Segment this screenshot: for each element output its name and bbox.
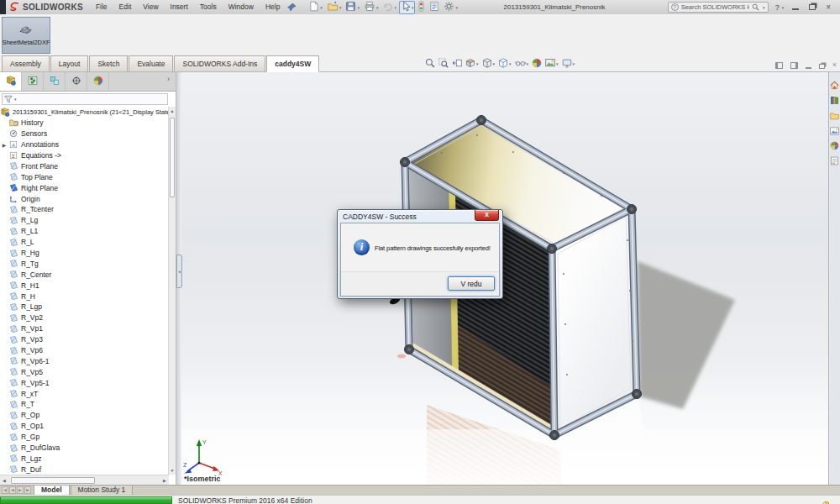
apply-scene-button[interactable]: ▾ bbox=[544, 56, 559, 71]
hide-show-items-caret-icon[interactable]: ▾ bbox=[527, 61, 529, 66]
tree-item-r-op1[interactable]: R_Op1 bbox=[0, 421, 169, 432]
tab-model[interactable]: Model bbox=[34, 485, 70, 495]
menu-help[interactable]: Help bbox=[260, 0, 286, 14]
tree-item-r-duf[interactable]: R_Duf bbox=[0, 464, 169, 475]
expand-arrow-icon[interactable]: ▶ bbox=[0, 142, 8, 148]
tab-evaluate[interactable]: Evaluate bbox=[129, 55, 173, 72]
dialog-ok-button[interactable]: V redu bbox=[448, 276, 495, 291]
custom-properties-button[interactable] bbox=[829, 155, 840, 166]
view-settings-caret-icon[interactable]: ▾ bbox=[573, 61, 575, 66]
panel-tab-featuremanager-design-tree[interactable] bbox=[0, 72, 22, 91]
tree-item-equations-[interactable]: ΣEquations -> bbox=[0, 150, 169, 161]
tree-item-right-plane[interactable]: Right Plane bbox=[0, 182, 169, 193]
section-view-button[interactable]: ▾ bbox=[465, 56, 480, 71]
tree-item-r-op[interactable]: R_Op bbox=[0, 410, 169, 421]
tab-assembly[interactable]: Assembly bbox=[2, 55, 50, 72]
menu-view[interactable]: View bbox=[137, 0, 164, 14]
view-orientation-caret-icon[interactable]: ▾ bbox=[493, 61, 496, 66]
print-button[interactable]: ▾ bbox=[362, 1, 381, 14]
panel-tab-configurationmanager[interactable] bbox=[44, 72, 66, 91]
undo-caret-icon[interactable]: ▾ bbox=[394, 5, 396, 10]
tree-item-r-vp1[interactable]: R_Vp1 bbox=[0, 323, 169, 334]
hide-show-items-button[interactable]: ▾ bbox=[514, 56, 530, 71]
tab-layout[interactable]: Layout bbox=[50, 55, 89, 72]
tree-item-r-vp3[interactable]: R_Vp3 bbox=[0, 334, 169, 345]
appearances-scenes-button[interactable] bbox=[829, 140, 840, 151]
print-caret-icon[interactable]: ▾ bbox=[376, 5, 379, 10]
tree-item-history[interactable]: History bbox=[0, 118, 169, 129]
tree-item-r-xt[interactable]: R_xT bbox=[0, 388, 169, 399]
tree-item-r-vp5[interactable]: R_Vp5 bbox=[0, 366, 169, 377]
doc-minimize-button[interactable] bbox=[806, 57, 811, 72]
dialog-close-button[interactable]: x bbox=[475, 210, 499, 221]
undo-button[interactable]: ▾ bbox=[381, 1, 398, 14]
tree-item-r-vp5-1[interactable]: R_Vp5-1 bbox=[0, 377, 169, 388]
view-settings-button[interactable]: ▾ bbox=[561, 56, 576, 71]
model-3d-view[interactable] bbox=[181, 72, 828, 485]
edit-appearance-button[interactable] bbox=[531, 56, 543, 71]
tree-item-r-hg[interactable]: R_Hg bbox=[0, 248, 169, 259]
panel-expand-arrow-icon[interactable]: › bbox=[167, 72, 176, 91]
scroll-up-icon[interactable]: ▲ bbox=[169, 108, 176, 113]
sheetmetal2dxf-button[interactable]: SheetMetal2DXF bbox=[2, 17, 50, 54]
save-caret-icon[interactable]: ▾ bbox=[357, 5, 360, 10]
scroll-left-icon[interactable]: ◀ bbox=[0, 478, 8, 483]
tree-horizontal-scrollbar[interactable]: ◀ ▶ bbox=[0, 475, 169, 485]
tree-item-top-plane[interactable]: Top Plane bbox=[0, 171, 169, 182]
tree-item-r-tcenter[interactable]: R_Tcenter bbox=[0, 204, 169, 215]
open-caret-icon[interactable]: ▾ bbox=[339, 5, 342, 10]
help-menu-button[interactable]: ? ▾ bbox=[775, 3, 785, 12]
tree-item-annotations[interactable]: ▶AAnnotations bbox=[0, 139, 169, 150]
tree-item-front-plane[interactable]: Front Plane bbox=[0, 160, 169, 171]
pin-menu-button[interactable] bbox=[287, 3, 297, 12]
tree-item-r-l[interactable]: R_L bbox=[0, 237, 169, 248]
tree-item-r-lgp[interactable]: R_Lgp bbox=[0, 302, 169, 312]
panel-tab-propertymanager[interactable] bbox=[22, 72, 44, 91]
doc-close-button[interactable]: × bbox=[832, 60, 837, 69]
tree-item-r-h1[interactable]: R_H1 bbox=[0, 280, 169, 291]
solidworks-resources-button[interactable] bbox=[829, 80, 840, 91]
display-style-button[interactable]: ▾ bbox=[497, 56, 512, 71]
menu-tools[interactable]: Tools bbox=[194, 0, 223, 14]
tree-vscroll-thumb[interactable] bbox=[170, 118, 175, 197]
minimize-button[interactable] bbox=[790, 0, 801, 14]
tree-item-r-t[interactable]: R_T bbox=[0, 399, 169, 410]
tree-item-r-lg[interactable]: R_Lg bbox=[0, 215, 169, 226]
doc-restore-button[interactable] bbox=[819, 57, 825, 72]
display-style-caret-icon[interactable]: ▾ bbox=[509, 61, 512, 66]
feature-tree-root[interactable]: 2013159301_Klimatski_Prenosnik (21<21_Di… bbox=[0, 107, 169, 118]
tree-item-r-dufglava[interactable]: R_DufGlava bbox=[0, 443, 169, 454]
file-properties-button[interactable] bbox=[428, 1, 441, 14]
panel-tab-displaymanager[interactable] bbox=[87, 72, 109, 91]
tree-item-r-l1[interactable]: R_L1 bbox=[0, 226, 169, 237]
scroll-down-icon[interactable]: ▼ bbox=[169, 468, 176, 473]
view-orientation-button[interactable]: ▾ bbox=[481, 56, 496, 71]
tags-icon[interactable] bbox=[822, 496, 830, 504]
save-button[interactable]: ▾ bbox=[344, 1, 361, 14]
close-button[interactable]: × bbox=[824, 0, 832, 14]
select-button[interactable]: ▾ bbox=[399, 1, 416, 14]
zoom-to-fit-button[interactable] bbox=[424, 56, 436, 71]
pane-right-button[interactable] bbox=[790, 57, 798, 72]
restore-button[interactable] bbox=[807, 0, 817, 14]
previous-view-button[interactable] bbox=[451, 56, 463, 71]
tree-item-r-tg[interactable]: R_Tg bbox=[0, 258, 169, 269]
tree-item-r-vp6-1[interactable]: R_Vp6-1 bbox=[0, 355, 169, 366]
tree-filter-input[interactable]: ▾ bbox=[2, 93, 168, 105]
select-caret-icon[interactable]: ▾ bbox=[412, 5, 414, 10]
panel-collapse-handle[interactable]: ◂ bbox=[176, 255, 182, 288]
new-document-button[interactable]: ▾ bbox=[307, 1, 324, 14]
menu-file[interactable]: File bbox=[90, 0, 113, 14]
tree-vertical-scrollbar[interactable]: ▲ ▼ bbox=[168, 107, 176, 475]
tree-item-r-center[interactable]: R_Center bbox=[0, 269, 169, 280]
tab-sketch[interactable]: Sketch bbox=[89, 55, 128, 72]
tree-item-sensors[interactable]: Sensors bbox=[0, 129, 169, 139]
rebuild-button[interactable] bbox=[416, 1, 427, 14]
search-input[interactable]: ? Search SOLIDWORKS Help ▾ bbox=[668, 2, 769, 13]
file-explorer-button[interactable] bbox=[829, 110, 840, 121]
new-document-caret-icon[interactable]: ▾ bbox=[320, 5, 323, 10]
tree-item-r-vp6[interactable]: R_Vp6 bbox=[0, 345, 169, 356]
tab-solidworks-add-ins[interactable]: SOLIDWORKS Add-Ins bbox=[174, 55, 265, 72]
tree-item-r-lgz[interactable]: R_Lgz bbox=[0, 454, 169, 465]
menu-window[interactable]: Window bbox=[223, 0, 260, 14]
